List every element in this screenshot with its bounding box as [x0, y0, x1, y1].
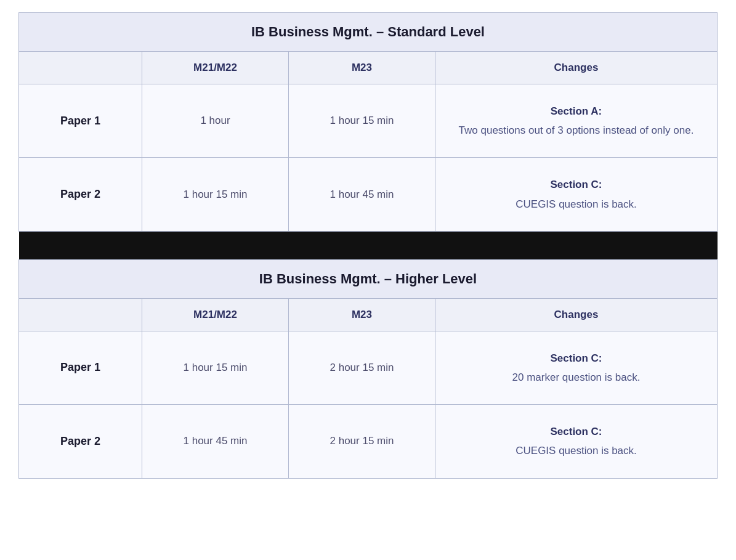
- sl-paper1-changes-title: Section A:: [445, 103, 707, 120]
- divider-cell: [19, 231, 718, 259]
- hl-paper1-m21m22: 1 hour 15 min: [142, 331, 289, 404]
- hl-paper1-m23: 2 hour 15 min: [289, 331, 435, 404]
- sl-paper1-m23: 1 hour 15 min: [289, 84, 435, 158]
- sl-table: IB Business Mgmt. – Standard Level M21/M…: [18, 12, 718, 479]
- hl-col-m23: M23: [289, 298, 435, 331]
- hl-paper2-m21m22: 1 hour 45 min: [142, 405, 289, 478]
- sl-paper1-label: Paper 1: [19, 84, 142, 158]
- hl-title: IB Business Mgmt. – Higher Level: [19, 259, 718, 298]
- sl-paper2-row: Paper 2 1 hour 15 min 1 hour 45 min Sect…: [19, 158, 718, 231]
- hl-paper1-row: Paper 1 1 hour 15 min 2 hour 15 min Sect…: [19, 331, 718, 404]
- hl-paper1-changes-desc: 20 marker question is back.: [445, 369, 707, 386]
- hl-paper1-changes-title: Section C:: [445, 350, 707, 367]
- sl-header-row: IB Business Mgmt. – Standard Level: [19, 13, 718, 52]
- sl-paper1-m21m22: 1 hour: [142, 84, 289, 158]
- sl-col-m21m22: M21/M22: [142, 52, 289, 84]
- hl-col-changes: Changes: [435, 298, 718, 331]
- sl-col-changes: Changes: [435, 52, 718, 84]
- sl-paper2-changes-title: Section C:: [445, 176, 707, 193]
- sl-col-header-row: M21/M22 M23 Changes: [19, 52, 718, 84]
- hl-paper2-changes-desc: CUEGIS question is back.: [445, 442, 707, 459]
- sl-paper2-label: Paper 2: [19, 158, 142, 231]
- hl-col-header-row: M21/M22 M23 Changes: [19, 298, 718, 331]
- sl-paper2-m21m22: 1 hour 15 min: [142, 158, 289, 231]
- hl-paper1-changes: Section C: 20 marker question is back.: [435, 331, 718, 404]
- hl-paper1-label: Paper 1: [19, 331, 142, 404]
- hl-col-empty: [19, 298, 142, 331]
- sl-paper2-m23: 1 hour 45 min: [289, 158, 435, 231]
- sl-col-empty: [19, 52, 142, 84]
- sl-paper1-changes-desc: Two questions out of 3 options instead o…: [445, 122, 707, 139]
- divider-row: [19, 231, 718, 259]
- sl-col-m23: M23: [289, 52, 435, 84]
- sl-title: IB Business Mgmt. – Standard Level: [19, 13, 718, 52]
- hl-paper2-row: Paper 2 1 hour 45 min 2 hour 15 min Sect…: [19, 405, 718, 478]
- sl-paper2-changes: Section C: CUEGIS question is back.: [435, 158, 718, 231]
- hl-col-m21m22: M21/M22: [142, 298, 289, 331]
- sl-paper1-changes: Section A: Two questions out of 3 option…: [435, 84, 718, 158]
- hl-paper2-changes: Section C: CUEGIS question is back.: [435, 405, 718, 478]
- sl-paper1-row: Paper 1 1 hour 1 hour 15 min Section A: …: [19, 84, 718, 158]
- sl-paper2-changes-desc: CUEGIS question is back.: [445, 196, 707, 213]
- hl-paper2-changes-title: Section C:: [445, 423, 707, 440]
- hl-paper2-m23: 2 hour 15 min: [289, 405, 435, 478]
- hl-header-row: IB Business Mgmt. – Higher Level: [19, 259, 718, 298]
- hl-paper2-label: Paper 2: [19, 405, 142, 478]
- page-wrapper: IB Business Mgmt. – Standard Level M21/M…: [0, 0, 736, 491]
